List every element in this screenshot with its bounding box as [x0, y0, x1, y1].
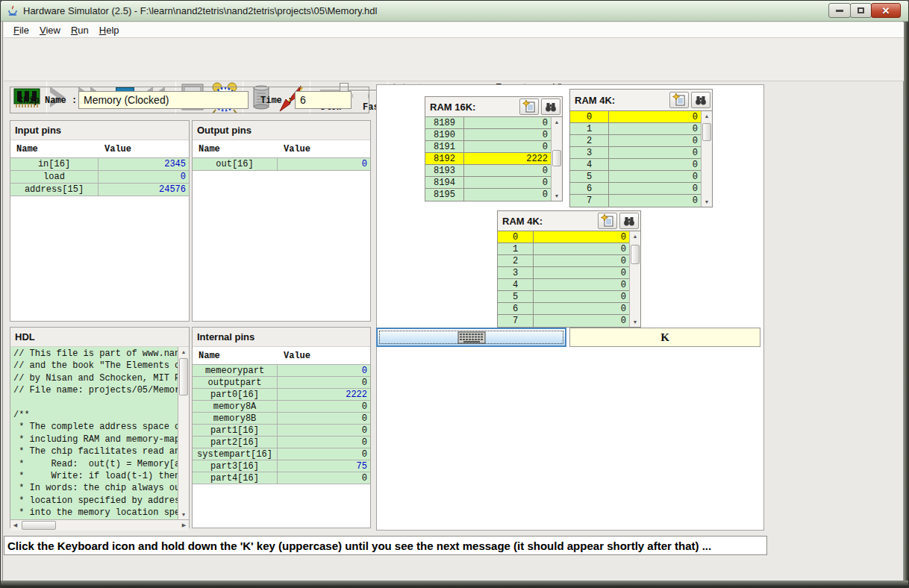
memory-row: 7 0 — [570, 195, 701, 207]
memory-cell[interactable]: 0 — [609, 147, 701, 158]
pin-value-cell[interactable]: 0 — [278, 425, 370, 436]
pin-value-cell[interactable]: 2345 — [99, 158, 189, 170]
find-button[interactable] — [541, 98, 560, 115]
hdl-vertical-scrollbar[interactable]: ▲ ▼ — [178, 347, 189, 519]
find-button[interactable] — [619, 213, 639, 229]
scroll-up-icon[interactable]: ▲ — [552, 117, 562, 127]
memory-address: 8191 — [425, 141, 464, 152]
pin-value-cell[interactable]: 2222 — [278, 389, 370, 400]
pin-value-cell[interactable]: 75 — [278, 460, 370, 472]
hdl-panel: HDL // This file is part of www.nand2tet… — [10, 327, 190, 528]
scrollbar-thumb[interactable] — [631, 245, 640, 264]
memory-cell[interactable]: 0 — [464, 165, 551, 176]
memory-row: 8194 0 — [425, 177, 551, 189]
pin-name: memeorypart — [193, 365, 278, 376]
memory-address: 1 — [570, 123, 609, 134]
ram4k-top-scrollbar[interactable]: ▲ ▼ — [701, 111, 712, 207]
pin-name: load — [10, 171, 99, 183]
pin-row: in[16] 2345 — [10, 158, 189, 171]
input-pins-title: Input pins — [10, 121, 189, 140]
memory-cell[interactable]: 0 — [534, 243, 629, 254]
pin-row: systempart[16] 0 — [193, 448, 370, 460]
pin-value-cell[interactable]: 0 — [278, 365, 370, 376]
memory-row: 0 0 — [570, 111, 701, 123]
keyboard-key-display: K — [569, 328, 760, 347]
window-frame-bottom — [1, 581, 909, 587]
restore-button[interactable] — [850, 3, 872, 18]
memory-cell[interactable]: 0 — [609, 135, 701, 146]
pin-value-cell[interactable]: 0 — [99, 171, 189, 183]
scroll-up-icon[interactable]: ▲ — [630, 231, 640, 241]
scroll-left-icon[interactable]: ◀ — [10, 520, 20, 531]
memory-cell[interactable]: 0 — [534, 291, 629, 302]
pin-value-cell[interactable]: 0 — [278, 401, 370, 412]
pin-row: memory8A 0 — [193, 401, 370, 413]
scroll-up-icon[interactable]: ▲ — [702, 111, 712, 121]
memory-address: 2 — [498, 255, 534, 266]
memory-cell[interactable]: 0 — [609, 123, 701, 134]
memory-cell[interactable]: 0 — [534, 303, 629, 314]
pin-value-cell[interactable]: 0 — [278, 448, 370, 460]
memory-cell[interactable]: 0 — [534, 279, 629, 290]
binoculars-icon — [544, 100, 557, 113]
close-button[interactable]: ✕ — [871, 3, 901, 18]
binoculars-icon — [694, 93, 707, 107]
memory-cell[interactable]: 0 — [609, 111, 701, 122]
ram16k-scrollbar[interactable]: ▲ ▼ — [551, 117, 562, 201]
memory-cell[interactable]: 0 — [464, 141, 551, 152]
pin-value-cell[interactable]: 0 — [278, 377, 370, 388]
memory-cell[interactable]: 2222 — [464, 153, 551, 164]
memory-cell[interactable]: 0 — [609, 171, 701, 182]
ram4k-bottom-scrollbar[interactable]: ▲ ▼ — [629, 231, 640, 327]
internal-pins-title: Internal pins — [193, 328, 370, 347]
scrollbar-thumb[interactable] — [179, 358, 188, 395]
scroll-down-icon[interactable]: ▼ — [552, 191, 562, 201]
hdl-code-line: // File name: projects/05/Memory.hdl — [13, 385, 178, 397]
find-button[interactable] — [691, 92, 710, 108]
goto-location-button[interactable] — [669, 92, 689, 108]
menu-item[interactable]: Help — [94, 23, 125, 37]
hdl-horizontal-scrollbar[interactable]: ◀ ▶ — [10, 519, 189, 531]
memory-cell[interactable]: 0 — [464, 117, 551, 128]
memory-address: 8192 — [425, 153, 464, 164]
pin-value-cell[interactable]: 0 — [278, 413, 370, 424]
memory-cell[interactable]: 0 — [464, 129, 551, 140]
memory-cell[interactable]: 0 — [609, 183, 701, 194]
memory-cell[interactable]: 0 — [609, 159, 701, 170]
memory-row: 8189 0 — [425, 117, 551, 129]
memory-cell[interactable]: 0 — [534, 267, 629, 278]
pin-name: part0[16] — [193, 389, 278, 400]
pin-value-cell[interactable]: 0 — [278, 472, 370, 484]
scrollbar-thumb[interactable] — [22, 521, 56, 530]
menu-item[interactable]: View — [34, 23, 66, 37]
table-header: Name Value — [10, 140, 189, 158]
keyboard-button[interactable] — [376, 328, 566, 347]
hdl-code-line: * location specified by address. If — [13, 495, 178, 507]
table-header: Name Value — [193, 140, 370, 158]
pin-value-cell[interactable]: 24576 — [99, 184, 189, 196]
scroll-down-icon[interactable]: ▼ — [702, 197, 712, 207]
pin-value-cell[interactable]: 0 — [278, 158, 370, 170]
pin-value-cell[interactable]: 0 — [278, 437, 370, 448]
scrollbar-thumb[interactable] — [552, 150, 561, 166]
column-name: Name — [10, 144, 99, 154]
scroll-down-icon[interactable]: ▼ — [178, 510, 189, 519]
memory-cell[interactable]: 0 — [609, 195, 701, 207]
memory-cell[interactable]: 0 — [464, 177, 551, 188]
titlebar[interactable]: Hardware Simulator (2.5) - F:\learn\nand… — [1, 1, 909, 22]
memory-cell[interactable]: 0 — [534, 255, 629, 266]
goto-location-button[interactable] — [598, 213, 617, 229]
memory-cell[interactable]: 0 — [534, 315, 629, 327]
memory-cell[interactable]: 0 — [534, 231, 629, 243]
scroll-right-icon[interactable]: ▶ — [179, 520, 189, 531]
goto-location-button[interactable] — [519, 98, 539, 115]
chip-name-field[interactable]: Memory (Clocked) — [78, 91, 249, 109]
menu-item[interactable]: File — [8, 23, 34, 37]
memory-row: 3 0 — [570, 147, 701, 159]
minimize-button[interactable] — [828, 3, 851, 18]
memory-cell[interactable]: 0 — [464, 189, 551, 201]
scroll-up-icon[interactable]: ▲ — [178, 347, 189, 357]
scroll-down-icon[interactable]: ▼ — [630, 317, 640, 327]
scrollbar-thumb[interactable] — [702, 123, 711, 141]
menu-item[interactable]: Run — [66, 23, 94, 37]
